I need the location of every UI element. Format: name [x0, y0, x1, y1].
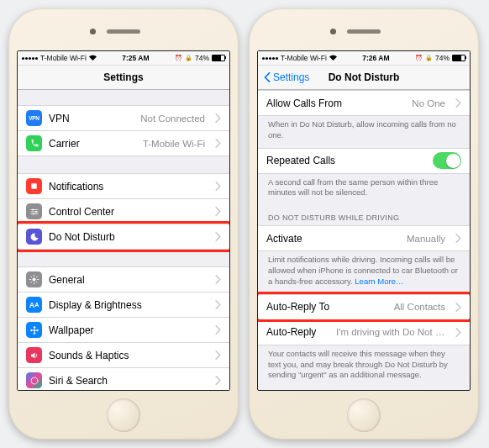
control-center-icon — [26, 203, 42, 219]
settings-row[interactable]: General — [18, 266, 229, 292]
row-label: Sounds & Haptics — [49, 350, 205, 361]
moon-icon — [26, 229, 42, 245]
row-value: I'm driving with Do Not Di… — [336, 327, 445, 337]
iphone-mockup-right: T-Mobile Wi-Fi 7:26 AM ⏰ 🔒 74% Settings … — [249, 8, 479, 440]
svg-point-7 — [33, 332, 35, 335]
chevron-right-icon — [215, 207, 221, 216]
phone-icon — [26, 135, 42, 151]
row-label: Display & Brightness — [49, 299, 205, 311]
signal-strength-icon — [262, 57, 278, 60]
chevron-right-icon — [455, 303, 461, 312]
row-label: Notifications — [49, 181, 205, 192]
dnd-settings-list[interactable]: Allow Calls From No One When in Do Not D… — [258, 90, 470, 387]
settings-row[interactable]: VPNVPNNot Connected — [18, 105, 229, 130]
chevron-right-icon — [215, 325, 221, 335]
chevron-right-icon — [215, 113, 221, 123]
chevron-right-icon — [215, 232, 221, 241]
row-label: Siri & Search — [49, 375, 205, 387]
row-label: Auto-Reply To — [266, 301, 387, 313]
settings-row[interactable]: Wallpaper — [18, 317, 229, 342]
carrier-name: T-Mobile Wi-Fi — [40, 54, 87, 62]
row-label: Repeated Calls — [266, 155, 426, 166]
row-value: T-Mobile Wi-Fi — [143, 139, 205, 149]
chevron-right-icon — [455, 234, 461, 243]
battery-icon — [212, 55, 225, 61]
chevron-right-icon — [455, 328, 461, 337]
chevron-right-icon — [215, 182, 221, 191]
screen-left: T-Mobile Wi-Fi 7:25 AM ⏰ 🔒 74% Settings … — [17, 50, 230, 391]
repeated-calls-note: A second call from the same person withi… — [258, 174, 470, 206]
earpiece-speaker — [107, 29, 140, 34]
row-label: General — [49, 274, 205, 286]
page-title: Do Not Disturb — [329, 71, 400, 83]
home-button[interactable] — [347, 398, 381, 432]
page-title: Settings — [103, 71, 143, 83]
orientation-lock-icon: 🔒 — [425, 55, 433, 61]
svg-point-3 — [33, 213, 34, 214]
row-label: Control Center — [49, 206, 205, 218]
settings-row[interactable]: CarrierT-Mobile Wi-Fi — [18, 130, 229, 156]
front-camera — [330, 29, 336, 34]
navbar: Settings Do Not Disturb — [258, 66, 470, 90]
iphone-mockup-left: T-Mobile Wi-Fi 7:25 AM ⏰ 🔒 74% Settings … — [8, 8, 239, 440]
row-label: Carrier — [49, 138, 136, 150]
auto-reply-note: Your contacts will receive this message … — [258, 345, 470, 387]
home-button[interactable] — [107, 398, 140, 432]
general-icon — [26, 271, 42, 287]
wallpaper-icon — [26, 322, 42, 338]
carrier-name: T-Mobile Wi-Fi — [281, 54, 327, 62]
auto-reply-row[interactable]: Auto-Reply I'm driving with Do Not Di… — [258, 319, 470, 345]
svg-point-8 — [30, 329, 33, 331]
auto-reply-to-row[interactable]: Auto-Reply To All Contacts — [258, 294, 470, 319]
signal-strength-icon — [22, 57, 38, 60]
row-value: Manually — [407, 234, 445, 244]
battery-icon — [452, 55, 465, 61]
row-label: Do Not Disturb — [49, 231, 205, 243]
row-label: VPN — [49, 113, 134, 124]
activate-row[interactable]: Activate Manually — [258, 225, 470, 251]
front-camera — [90, 29, 96, 34]
chevron-right-icon — [215, 376, 221, 385]
statusbar: T-Mobile Wi-Fi 7:25 AM ⏰ 🔒 74% — [18, 51, 229, 66]
orientation-lock-icon: 🔒 — [185, 55, 192, 61]
learn-more-link[interactable]: Learn More… — [355, 277, 403, 286]
row-label: Auto-Reply — [266, 326, 329, 338]
chevron-right-icon — [215, 300, 221, 309]
repeated-calls-row[interactable]: Repeated Calls — [258, 148, 470, 174]
activate-note: Limit notifications while driving. Incom… — [258, 251, 470, 293]
row-label: Allow Calls From — [266, 98, 405, 109]
svg-point-10 — [31, 377, 38, 384]
svg-rect-0 — [31, 183, 36, 188]
svg-point-2 — [35, 211, 37, 213]
clock: 7:26 AM — [362, 54, 389, 62]
settings-list[interactable]: VPNVPNNot ConnectedCarrierT-Mobile Wi-Fi… — [18, 90, 229, 391]
row-label: Activate — [266, 233, 400, 245]
vpn-icon: VPN — [26, 110, 42, 126]
svg-point-6 — [33, 326, 35, 329]
screen-right: T-Mobile Wi-Fi 7:26 AM ⏰ 🔒 74% Settings … — [257, 50, 471, 391]
earpiece-speaker — [347, 29, 381, 34]
chevron-right-icon — [215, 275, 221, 284]
back-label: Settings — [273, 71, 309, 83]
settings-row[interactable]: Control Center — [18, 198, 229, 224]
settings-row[interactable]: Sounds & Haptics — [18, 342, 229, 367]
alarm-icon: ⏰ — [175, 55, 182, 61]
toggle-switch[interactable] — [433, 152, 461, 169]
allow-calls-note: When in Do Not Disturb, allow incoming c… — [258, 116, 470, 148]
clock: 7:25 AM — [122, 54, 149, 62]
settings-row[interactable]: Notifications — [18, 173, 229, 198]
alarm-icon: ⏰ — [415, 55, 423, 61]
settings-row[interactable]: Siri & Search — [18, 367, 229, 391]
row-value: No One — [412, 98, 445, 108]
svg-point-1 — [32, 208, 34, 210]
settings-row[interactable]: Do Not Disturb — [18, 224, 229, 250]
row-value: All Contacts — [394, 302, 445, 312]
sounds-icon — [26, 347, 42, 363]
back-button[interactable]: Settings — [263, 66, 309, 89]
allow-calls-from-row[interactable]: Allow Calls From No One — [258, 90, 470, 116]
siri-icon — [26, 372, 42, 388]
row-value: Not Connected — [140, 113, 205, 124]
settings-row[interactable]: AADisplay & Brightness — [18, 292, 229, 317]
section-header: DO NOT DISTURB WHILE DRIVING — [258, 205, 470, 225]
statusbar: T-Mobile Wi-Fi 7:26 AM ⏰ 🔒 74% — [258, 51, 470, 66]
